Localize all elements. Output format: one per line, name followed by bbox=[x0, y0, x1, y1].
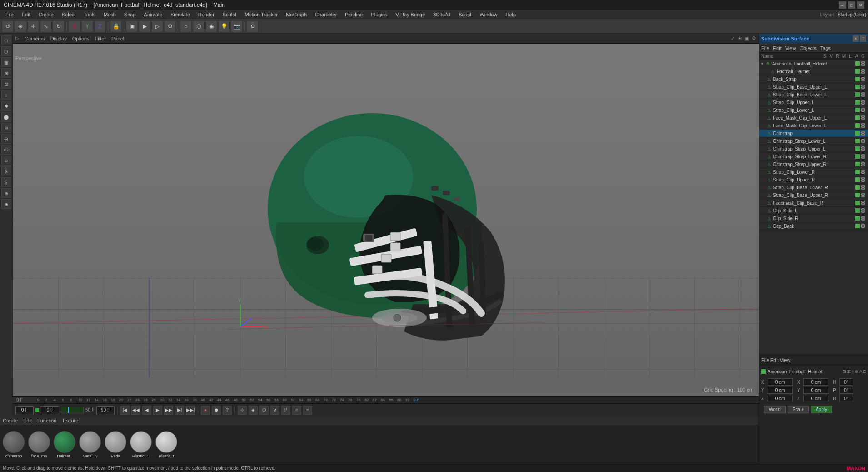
toolbar-render-region[interactable]: ▣ bbox=[126, 20, 138, 32]
object-item-4[interactable]: △ Strap_Clip_Upper_L bbox=[759, 99, 868, 106]
playback-slider[interactable] bbox=[61, 407, 84, 413]
mat-menu-edit[interactable]: Edit bbox=[23, 418, 32, 423]
coord-y-val2[interactable] bbox=[803, 387, 828, 394]
toolbar-settings[interactable]: ⚙ bbox=[247, 20, 259, 32]
material-item-facema[interactable]: face_ma bbox=[28, 431, 50, 458]
play-button[interactable]: ▶ bbox=[153, 406, 162, 415]
om-lock-button[interactable]: □ bbox=[860, 35, 866, 42]
toolbar-undo[interactable]: ↺ bbox=[2, 20, 14, 32]
play-reverse-button[interactable]: ▶▶ bbox=[164, 406, 173, 415]
object-item-root[interactable]: ▼ ⊕ American_Football_Helmet bbox=[759, 60, 868, 68]
prev-frame-button[interactable]: ◀◀ bbox=[131, 406, 140, 415]
left-tool-move[interactable]: ↕ bbox=[1, 90, 11, 100]
close-button[interactable]: ✕ bbox=[857, 1, 864, 9]
object-item-15[interactable]: △ Strap_Clip_Base_Upper_R bbox=[759, 191, 868, 199]
attr-menu-view[interactable]: View bbox=[780, 357, 791, 363]
object-item-10[interactable]: △ Chinstrap_Strap_Lower_R bbox=[759, 153, 868, 161]
mat-menu-create[interactable]: Create bbox=[3, 418, 18, 423]
material-item-chinstrap[interactable]: chinstrap bbox=[3, 431, 25, 458]
object-item-1[interactable]: △ Back_Strap bbox=[759, 75, 868, 83]
apply-button[interactable]: Apply bbox=[811, 406, 832, 413]
object-item-8[interactable]: △ Chinstrap_Strap_Lower_L bbox=[759, 137, 868, 145]
material-item-helmet[interactable]: Helmet_ bbox=[54, 431, 75, 458]
timeline-track[interactable]: 0 2 4 6 8 10 12 14 16 18 20 22 24 26 28 … bbox=[37, 397, 757, 403]
left-tool-sculpt[interactable]: ◎ bbox=[1, 134, 11, 144]
scale-button[interactable]: Scale bbox=[788, 406, 809, 413]
left-tool-tag[interactable]: 🏷 bbox=[1, 145, 11, 155]
mat-menu-function[interactable]: Function bbox=[37, 418, 56, 423]
menu-snap[interactable]: Snap bbox=[120, 11, 140, 18]
menu-simulate[interactable]: Simulate bbox=[167, 11, 194, 18]
menu-pipeline[interactable]: Pipeline bbox=[341, 11, 366, 18]
toolbar-move[interactable]: ✛ bbox=[27, 20, 39, 32]
toolbar-live-select[interactable]: ⊕ bbox=[15, 20, 26, 32]
menu-help[interactable]: Help bbox=[502, 11, 520, 18]
menu-file[interactable]: File bbox=[2, 11, 17, 18]
menu-window[interactable]: Window bbox=[476, 11, 501, 18]
toolbar-z-axis[interactable]: Z bbox=[94, 20, 106, 32]
object-item-14[interactable]: △ Strap_Clip_Base_Lower_R bbox=[759, 184, 868, 191]
om-menu-view[interactable]: View bbox=[785, 45, 796, 51]
left-tool-edge-mode[interactable]: ⬡ bbox=[1, 46, 11, 56]
mat-menu-texture[interactable]: Texture bbox=[62, 418, 78, 423]
menu-sculpt[interactable]: Sculpt bbox=[219, 11, 240, 18]
coord-y-pos[interactable] bbox=[768, 387, 793, 394]
object-item-chinstrap[interactable]: △ Chinstrap bbox=[759, 130, 868, 137]
menu-render[interactable]: Render bbox=[195, 11, 218, 18]
auto-key-button[interactable]: ⏺ bbox=[212, 406, 221, 415]
left-tool-object-mode[interactable]: □ bbox=[1, 35, 11, 45]
object-item-12[interactable]: △ Strap_Clip_Lower_R bbox=[759, 168, 868, 176]
world-button[interactable]: World bbox=[764, 406, 786, 413]
object-item-18[interactable]: △ Clip_Side_R bbox=[759, 215, 868, 222]
attr-icon4[interactable]: ⊛ bbox=[855, 369, 858, 374]
attr-icon5[interactable]: A bbox=[859, 369, 862, 374]
attr-menu-edit[interactable]: Edit bbox=[770, 357, 779, 363]
left-tool-deform[interactable]: ≋ bbox=[1, 123, 11, 133]
attr-icon2[interactable]: ⊞ bbox=[847, 369, 851, 374]
menu-plugins[interactable]: Plugins bbox=[367, 11, 391, 18]
coord-x-val2[interactable] bbox=[803, 378, 828, 386]
coord-p-val[interactable] bbox=[839, 387, 853, 394]
viewport-menu-options[interactable]: Options bbox=[72, 36, 90, 41]
left-tool-extra3[interactable]: ⊕ bbox=[1, 199, 11, 209]
toolbar-render-all[interactable]: ▷ bbox=[151, 20, 163, 32]
current-frame-input[interactable] bbox=[15, 406, 34, 414]
playback-extra3[interactable]: ≡ bbox=[303, 406, 312, 415]
menu-script[interactable]: Script bbox=[455, 11, 475, 18]
toolbar-render-view[interactable]: ▶ bbox=[139, 20, 150, 32]
toolbar-null[interactable]: ○ bbox=[180, 20, 192, 32]
object-item-11[interactable]: △ Chinstrap_Strap_Upper_R bbox=[759, 161, 868, 168]
menu-motiontracker[interactable]: Motion Tracker bbox=[241, 11, 281, 18]
next-frame-button[interactable]: ▶| bbox=[175, 406, 184, 415]
motion-path-button[interactable]: ◈ bbox=[249, 406, 258, 415]
toolbar-lock[interactable]: 🔒 bbox=[110, 20, 122, 32]
playback-layout[interactable]: ⊞ bbox=[292, 406, 301, 415]
go-to-start-button[interactable]: |◀ bbox=[120, 406, 130, 415]
om-menu-file[interactable]: File bbox=[761, 45, 769, 51]
om-menu-tags[interactable]: Tags bbox=[820, 45, 831, 51]
attr-menu-file[interactable]: File bbox=[761, 357, 769, 363]
material-item-plastict[interactable]: Plastic_t bbox=[155, 431, 177, 458]
end-frame-input[interactable] bbox=[96, 406, 115, 414]
toolbar-light[interactable]: 💡 bbox=[218, 20, 230, 32]
object-item-17[interactable]: △ Clip_Side_L bbox=[759, 207, 868, 215]
coord-z-pos[interactable] bbox=[768, 395, 793, 402]
viewport-menu-filter[interactable]: Filter bbox=[95, 36, 106, 41]
object-item-6[interactable]: △ Face_Mask_Clip_Upper_L bbox=[759, 114, 868, 122]
object-item-0[interactable]: △ Football_Helmet bbox=[759, 68, 868, 75]
viewport-menu-panel[interactable]: Panel bbox=[111, 36, 124, 41]
toolbar-x-axis[interactable]: X bbox=[69, 20, 80, 32]
key-button[interactable]: ? bbox=[223, 406, 232, 415]
menu-edit[interactable]: Edit bbox=[18, 11, 34, 18]
menu-select[interactable]: Select bbox=[58, 11, 80, 18]
om-menu-objects[interactable]: Objects bbox=[799, 45, 816, 51]
start-frame-input[interactable] bbox=[41, 406, 59, 414]
coord-h-val[interactable] bbox=[839, 378, 853, 386]
attr-icon3[interactable]: ≡ bbox=[852, 369, 854, 374]
vray-btn[interactable]: V bbox=[270, 406, 279, 415]
object-item-5[interactable]: △ Strap_Clip_Lower_L bbox=[759, 106, 868, 114]
om-close-button[interactable]: × bbox=[853, 35, 859, 42]
material-item-plasticc[interactable]: Plastic_C bbox=[130, 431, 152, 458]
coord-z-val2[interactable] bbox=[803, 395, 828, 402]
menu-mograph[interactable]: MoGraph bbox=[282, 11, 310, 18]
